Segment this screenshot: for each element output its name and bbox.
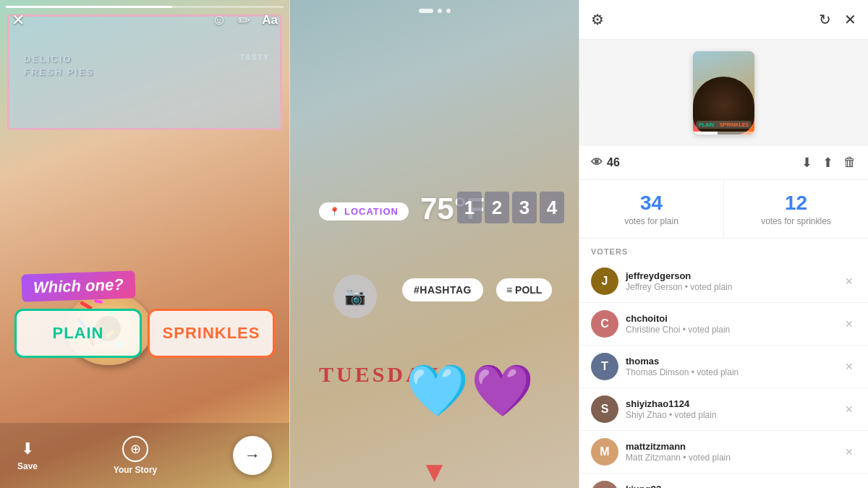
voter-avatar: K bbox=[591, 481, 618, 488]
blue-heart-icon: 🩵 bbox=[406, 362, 469, 419]
heart-sticker-purple: 💜 bbox=[471, 365, 534, 416]
sprinkles-votes: 12 votes for sprinkles bbox=[724, 180, 868, 238]
panel-sticker-tray: 📍 LOCATION 75°F 1 2 3 4 📷 #HASHTAG ≡ POL… bbox=[289, 0, 579, 488]
voter-remove-button[interactable]: ✕ bbox=[842, 358, 856, 375]
next-button[interactable]: → bbox=[233, 436, 272, 475]
download-icon[interactable]: ↻ bbox=[819, 11, 831, 28]
voter-avatar: T bbox=[591, 353, 618, 380]
shop-text-right: TASTY bbox=[240, 53, 269, 61]
voter-row: TthomasThomas Dimson • voted plain✕ bbox=[579, 346, 868, 388]
which-one-label: Which one? bbox=[21, 270, 135, 301]
location-sticker[interactable]: 📍 LOCATION bbox=[319, 202, 409, 221]
story-thumbnail: PLAIN SPRINKLES bbox=[693, 51, 754, 134]
tray-dots bbox=[419, 9, 451, 13]
delete-story-icon[interactable]: 🗑 bbox=[843, 155, 856, 171]
panel-story-edit: DELICIOFRESH PIES TASTY ✕ ☺ ✏ Aa Whic bbox=[0, 0, 289, 488]
clock-digit-3: 3 bbox=[512, 192, 537, 223]
thumbnail-poll-overlay: PLAIN SPRINKLES bbox=[696, 121, 752, 129]
voter-username: kjung92 bbox=[626, 484, 842, 488]
voter-row: CchchoitoiChristine Choi • voted plain✕ bbox=[579, 303, 868, 346]
voter-avatar: C bbox=[591, 310, 618, 338]
save-action[interactable]: ⬇ Save bbox=[17, 440, 38, 471]
voter-avatar: S bbox=[591, 395, 618, 423]
voter-username: thomas bbox=[626, 356, 842, 367]
story-thumbnail-area: PLAIN SPRINKLES bbox=[579, 40, 868, 146]
thumb-plain-label: PLAIN bbox=[699, 122, 714, 127]
views-row: 👁 46 ⬇ ⬆ 🗑 bbox=[579, 146, 868, 180]
tray-dot-2 bbox=[446, 9, 451, 13]
clock-digit-2: 2 bbox=[485, 192, 509, 223]
heart-sticker-blue: 🩵 bbox=[406, 365, 469, 416]
voter-username: shiyizhao1124 bbox=[626, 398, 842, 409]
voter-row: MmattzitzmannMatt Zitzmann • voted plain… bbox=[579, 431, 868, 474]
download-story-icon[interactable]: ⬇ bbox=[801, 155, 812, 171]
close-stats-icon[interactable]: ✕ bbox=[844, 11, 856, 28]
purple-heart-icon: 💜 bbox=[471, 362, 534, 419]
bottom-arrow: ▼ bbox=[420, 455, 449, 488]
header-actions: ↻ ✕ bbox=[819, 11, 856, 28]
sticker-icon[interactable]: ☺ bbox=[212, 12, 226, 28]
text-icon[interactable]: Aa bbox=[262, 13, 278, 27]
votes-section: 34 votes for plain 12 votes for sprinkle… bbox=[579, 180, 868, 239]
plain-votes: 34 votes for plain bbox=[579, 180, 724, 238]
draw-icon[interactable]: ✏ bbox=[238, 12, 250, 29]
tray-dot-1 bbox=[438, 9, 442, 13]
your-story-icon: ⊕ bbox=[130, 441, 141, 457]
voter-avatar: M bbox=[591, 438, 618, 466]
voter-row: Kkjung92Kevin Jung • voted plain✕ bbox=[579, 474, 868, 488]
location-pin-icon: 📍 bbox=[329, 207, 341, 217]
voter-row: Sshiyizhao1124Shiyi Zhao • voted plain✕ bbox=[579, 388, 868, 431]
clock-digit-1: 1 bbox=[457, 192, 482, 223]
share-story-icon[interactable]: ⬆ bbox=[822, 155, 833, 171]
voter-details: Jeffrey Gerson • voted plain bbox=[626, 282, 842, 292]
stats-header: ⚙ ↻ ✕ bbox=[579, 0, 868, 40]
voter-details: Matt Zitzmann • voted plain bbox=[626, 453, 842, 463]
next-arrow-icon: → bbox=[244, 446, 260, 465]
voter-remove-button[interactable]: ✕ bbox=[842, 273, 856, 290]
clock-digit-4: 4 bbox=[540, 192, 564, 223]
close-button[interactable]: ✕ bbox=[12, 11, 25, 30]
story-bottom-bar: ⬇ Save ⊕ Your Story → bbox=[0, 423, 289, 488]
voter-details: Shiyi Zhao • voted plain bbox=[626, 410, 842, 420]
voter-remove-button[interactable]: ✕ bbox=[842, 401, 856, 418]
poll-plain-button[interactable]: PLAIN bbox=[14, 309, 142, 358]
panel-story-stats: ⚙ ↻ ✕ PLAIN SPRINKLES 👁 46 ⬇ ⬆ bbox=[579, 0, 868, 488]
voters-list: JjeffreydgersonJeffrey Gerson • voted pl… bbox=[579, 260, 868, 488]
voter-username: chchoitoi bbox=[626, 313, 842, 324]
hashtag-sticker[interactable]: #HASHTAG bbox=[402, 278, 483, 301]
views-count: 👁 46 bbox=[591, 156, 620, 169]
voter-details: Christine Choi • voted plain bbox=[626, 325, 842, 335]
voter-remove-button[interactable]: ✕ bbox=[842, 443, 856, 461]
thumb-sprinkles-label: SPRINKLES bbox=[720, 122, 749, 127]
clock-display: 1 2 3 4 bbox=[457, 192, 564, 223]
poll-sprinkles-button[interactable]: SPRINKLES bbox=[148, 309, 275, 358]
save-icon: ⬇ bbox=[21, 440, 34, 458]
top-icons-group: ☺ ✏ Aa bbox=[212, 12, 278, 29]
tray-dot-active bbox=[419, 9, 433, 13]
camera-icon: 📷 bbox=[344, 286, 366, 307]
settings-icon[interactable]: ⚙ bbox=[591, 11, 604, 28]
voter-avatar: J bbox=[591, 267, 618, 295]
voter-username: mattzitzmann bbox=[626, 441, 842, 452]
voter-username: jeffreydgerson bbox=[626, 270, 842, 281]
your-story-action[interactable]: ⊕ Your Story bbox=[114, 436, 157, 475]
camera-sticker[interactable]: 📷 bbox=[333, 275, 377, 318]
poll-container: PLAIN SPRINKLES bbox=[14, 309, 275, 358]
eye-icon: 👁 bbox=[591, 156, 603, 169]
poll-sticker[interactable]: ≡ POLL bbox=[496, 278, 552, 301]
story-top-bar: ✕ ☺ ✏ Aa bbox=[0, 0, 289, 40]
voter-row: JjeffreydgersonJeffrey Gerson • voted pl… bbox=[579, 260, 868, 303]
shop-text: DELICIOFRESH PIES bbox=[24, 53, 94, 79]
stats-action-icons: ⬇ ⬆ 🗑 bbox=[801, 155, 856, 171]
voter-details: Thomas Dimson • voted plain bbox=[626, 367, 842, 377]
voters-header: VOTERS bbox=[579, 239, 868, 260]
voter-remove-button[interactable]: ✕ bbox=[842, 315, 856, 333]
